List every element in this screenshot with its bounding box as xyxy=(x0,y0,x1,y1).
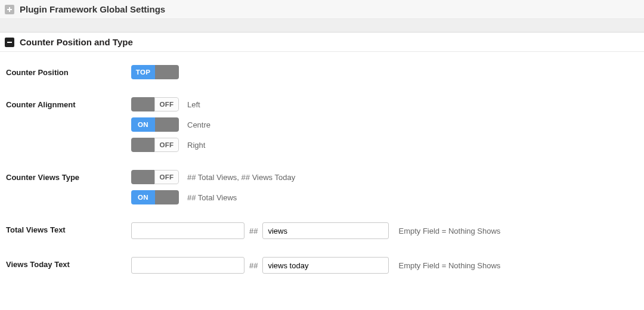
toggle-alignment-right[interactable]: OFF xyxy=(131,138,179,152)
views-type-total-label: ## Total Views xyxy=(187,193,237,202)
panel-title-global: Plugin Framework Global Settings xyxy=(20,4,165,14)
alignment-left-label: Left xyxy=(187,100,200,109)
svg-rect-2 xyxy=(7,42,12,43)
toggle-views-type-both-track xyxy=(131,170,154,184)
toggle-alignment-centre-knob: ON xyxy=(131,117,155,132)
views-today-sep: ## xyxy=(249,261,258,270)
total-views-hint: Empty Field = Nothing Shows xyxy=(398,227,500,235)
row-views-today-text: Views Today Text ## Empty Field = Nothin… xyxy=(6,257,638,274)
toggle-counter-position[interactable]: TOP xyxy=(131,65,179,79)
expand-icon xyxy=(5,5,14,14)
toggle-alignment-centre[interactable]: ON xyxy=(131,117,179,132)
toggle-alignment-centre-track xyxy=(155,117,179,132)
toggle-views-type-both[interactable]: OFF xyxy=(131,170,179,184)
toggle-views-type-total-knob: ON xyxy=(131,190,155,204)
toggle-views-type-total[interactable]: ON xyxy=(131,190,179,204)
total-views-sep: ## xyxy=(249,227,258,235)
label-total-views-text: Total Views Text xyxy=(6,222,131,234)
panel-header-global-settings[interactable]: Plugin Framework Global Settings xyxy=(0,0,644,19)
svg-rect-1 xyxy=(7,9,12,10)
panel-body-counter-position: Counter Position TOP Counter Alignment O… xyxy=(0,52,644,286)
toggle-counter-position-off xyxy=(155,65,179,79)
input-total-views-after[interactable] xyxy=(262,222,389,239)
label-counter-position: Counter Position xyxy=(6,65,131,77)
row-counter-alignment: Counter Alignment OFF Left ON Centre xyxy=(6,97,638,152)
row-counter-views-type: Counter Views Type OFF ## Total Views, #… xyxy=(6,170,638,204)
alignment-right-label: Right xyxy=(187,141,205,150)
panel-header-counter-position[interactable]: Counter Position and Type xyxy=(0,32,644,52)
toggle-alignment-right-knob: OFF xyxy=(154,138,179,152)
label-counter-alignment: Counter Alignment xyxy=(6,97,131,109)
views-today-hint: Empty Field = Nothing Shows xyxy=(398,261,500,270)
toggle-views-type-both-knob: OFF xyxy=(154,170,179,184)
input-total-views-before[interactable] xyxy=(131,222,244,239)
panel-title-position: Counter Position and Type xyxy=(20,37,133,47)
row-counter-position: Counter Position TOP xyxy=(6,65,638,79)
panel-gap xyxy=(0,19,644,32)
toggle-alignment-left-knob: OFF xyxy=(154,97,179,111)
toggle-views-type-total-track xyxy=(155,190,179,204)
row-total-views-text: Total Views Text ## Empty Field = Nothin… xyxy=(6,222,638,239)
input-views-today-after[interactable] xyxy=(262,257,389,274)
views-type-both-label: ## Total Views, ## Views Today xyxy=(187,173,295,182)
label-counter-views-type: Counter Views Type xyxy=(6,170,131,182)
toggle-alignment-right-track xyxy=(131,138,154,152)
toggle-alignment-left-track xyxy=(131,97,154,111)
toggle-alignment-left[interactable]: OFF xyxy=(131,97,179,111)
collapse-icon xyxy=(5,38,14,47)
input-views-today-before[interactable] xyxy=(131,257,244,274)
label-views-today-text: Views Today Text xyxy=(6,257,131,269)
alignment-centre-label: Centre xyxy=(187,120,210,129)
toggle-counter-position-on: TOP xyxy=(131,65,155,79)
